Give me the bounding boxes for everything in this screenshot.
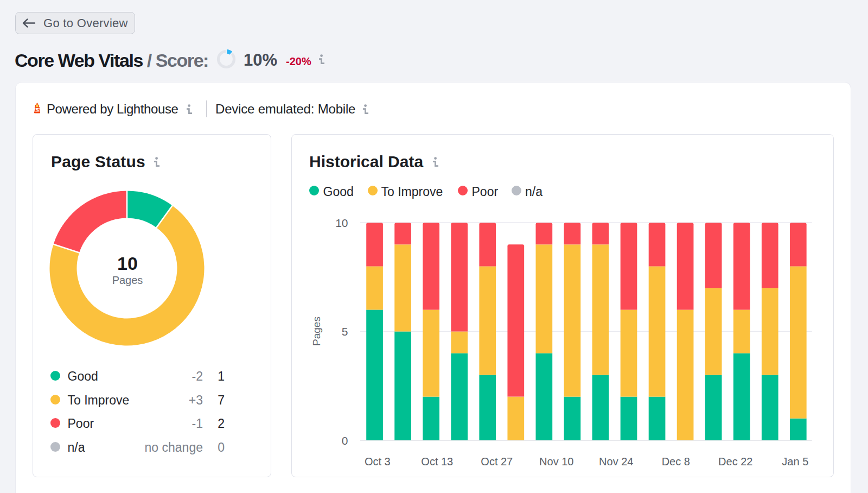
svg-text:Oct 3: Oct 3	[365, 455, 391, 467]
svg-text:Nov 10: Nov 10	[539, 455, 573, 467]
svg-text:10: 10	[335, 217, 348, 229]
svg-text:5: 5	[342, 325, 348, 338]
svg-text:Oct 27: Oct 27	[481, 455, 513, 467]
svg-text:Pages: Pages	[311, 317, 322, 346]
svg-text:0: 0	[342, 434, 348, 446]
svg-text:Jan 5: Jan 5	[782, 455, 808, 467]
svg-text:Nov 24: Nov 24	[599, 455, 633, 467]
svg-text:Dec 8: Dec 8	[662, 455, 690, 467]
svg-text:Oct 13: Oct 13	[421, 455, 453, 467]
svg-text:Dec 22: Dec 22	[718, 455, 752, 467]
